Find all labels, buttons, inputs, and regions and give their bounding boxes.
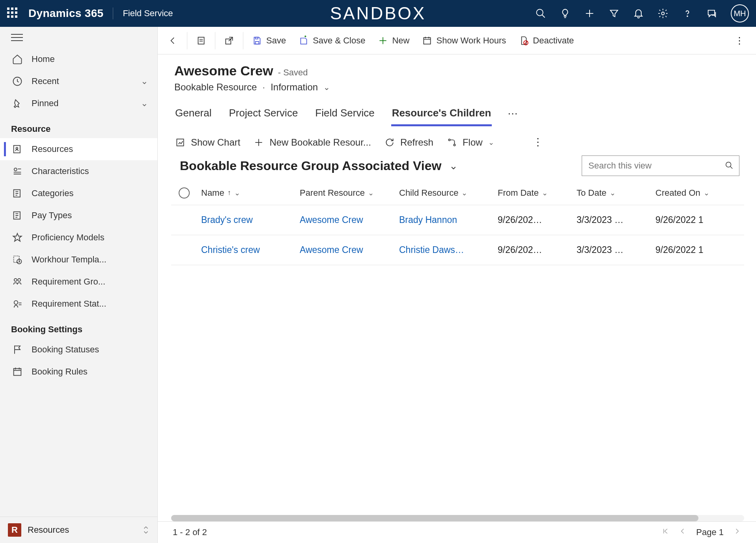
new-label: New [392,36,409,46]
sidebar-item-requirement-statuses[interactable]: Requirement Stat... [0,293,157,315]
lightbulb-icon[interactable] [560,8,571,19]
sidebar-item-pinned[interactable]: Pinned ⌄ [0,92,157,114]
row-child-link[interactable]: Christie Daws… [395,245,494,255]
svg-line-26 [525,41,528,44]
pay-types-icon [12,210,23,221]
search-input-wrapper[interactable] [582,155,739,176]
row-created-on: 9/26/2022 1 [651,245,744,255]
sidebar-item-label: Proficiency Models [32,232,105,243]
show-work-hours-button[interactable]: Show Work Hours [416,32,512,50]
row-to-date: 3/3/2023 … [573,215,651,225]
hamburger-icon[interactable] [11,34,23,41]
plus-icon[interactable] [584,8,595,19]
area-switcher[interactable]: R Resources [0,517,157,543]
svg-rect-18 [198,37,204,44]
select-all-toggle[interactable] [179,187,190,198]
open-new-window-button[interactable] [218,32,241,50]
tab-overflow-button[interactable]: ⋯ [508,108,518,120]
column-created[interactable]: Created On ⌄ [651,188,744,198]
prev-page-button[interactable] [679,527,687,537]
sidebar-item-label: Categories [32,188,73,198]
view-title[interactable]: Bookable Resource Group Associated View [180,159,441,173]
row-name-link[interactable]: Christie's crew [197,245,296,255]
sidebar-item-label: Pinned [32,98,59,109]
sidebar-item-recent[interactable]: Recent ⌄ [0,70,157,92]
svg-point-14 [14,279,17,281]
next-page-button[interactable] [733,527,741,537]
row-created-on: 9/26/2022 1 [651,215,744,225]
row-parent-link[interactable]: Awesome Crew [296,215,395,225]
updown-icon[interactable] [142,526,149,534]
flow-icon [447,137,457,148]
saved-status: - Saved [278,67,308,78]
sidebar-item-pay-types[interactable]: Pay Types [0,204,157,227]
tab-project-service[interactable]: Project Service [228,101,299,126]
refresh-button[interactable]: Refresh [385,137,433,148]
column-child[interactable]: Child Resource⌄ [395,188,494,198]
search-input[interactable] [588,160,725,171]
sidebar-item-categories[interactable]: Categories [0,182,157,204]
help-icon[interactable] [682,8,693,19]
gear-icon[interactable] [657,8,668,19]
sidebar-item-requirement-groups[interactable]: Requirement Gro... [0,271,157,293]
sidebar-item-label: Recent [32,76,59,86]
horizontal-scrollbar[interactable] [171,515,744,521]
environment-badge: SANDBOX [330,4,426,23]
sidebar-item-proficiency[interactable]: Proficiency Models [0,227,157,249]
new-bookable-resource-button[interactable]: New Bookable Resour... [254,137,371,148]
svg-point-16 [14,301,18,304]
row-parent-link[interactable]: Awesome Crew [296,245,395,255]
form-selector[interactable]: Information [271,82,318,93]
plus-icon [254,137,264,148]
column-name[interactable]: Name↑⌄ [197,188,296,198]
save-button[interactable]: Save [246,32,292,50]
resources-icon [12,144,23,155]
svg-point-9 [14,168,17,171]
chevron-down-icon[interactable]: ⌄ [449,160,458,172]
first-page-button[interactable] [661,527,669,537]
search-icon[interactable] [535,8,546,19]
bell-icon[interactable] [633,8,644,19]
save-close-button[interactable]: Save & Close [292,32,371,50]
app-launcher-icon[interactable] [7,7,19,19]
sidebar-item-booking-statuses[interactable]: Booking Statuses [0,339,157,361]
new-button[interactable]: New [371,32,416,50]
chevron-down-icon: ⌄ [610,189,616,197]
sidebar-item-label: Booking Statuses [32,345,99,355]
column-to[interactable]: To Date ⌄ [573,188,651,198]
column-parent[interactable]: Parent Resource⌄ [296,188,395,198]
filter-icon[interactable] [609,8,620,19]
avatar[interactable]: MH [731,4,749,22]
tab-resources-children[interactable]: Resource's Children [391,101,492,126]
search-icon[interactable] [725,161,734,171]
refresh-icon [385,137,395,148]
chevron-down-icon[interactable]: ⌄ [323,82,330,92]
column-from[interactable]: From Date ⌄ [494,188,573,198]
record-set-button[interactable] [190,32,213,50]
deactivate-button[interactable]: Deactivate [512,32,580,50]
sidebar-item-label: Requirement Stat... [32,299,106,309]
sidebar-item-label: Pay Types [32,210,72,221]
sidebar-item-resources[interactable]: Resources [0,138,157,160]
sidebar-item-workhour-templates[interactable]: Workhour Templa... [0,249,157,271]
sidebar-item-booking-rules[interactable]: Booking Rules [0,361,157,383]
chat-icon[interactable] [706,8,717,19]
workhour-icon [12,254,23,265]
subgrid-overflow-button[interactable]: ⋮ [533,136,544,148]
sidebar-item-characteristics[interactable]: Characteristics [0,160,157,182]
tab-field-service[interactable]: Field Service [314,101,375,126]
flow-button[interactable]: Flow ⌄ [447,137,494,148]
row-child-link[interactable]: Brady Hannon [395,215,494,225]
sidebar-item-label: Home [32,54,55,64]
table-row[interactable]: Christie's crew Awesome Crew Christie Da… [171,235,744,265]
row-name-link[interactable]: Brady's crew [197,215,296,225]
tab-general[interactable]: General [174,101,213,126]
sidebar-item-home[interactable]: Home [0,48,157,70]
table-row[interactable]: Brady's crew Awesome Crew Brady Hannon 9… [171,205,744,235]
sidebar-item-label: Requirement Gro... [32,277,105,287]
back-button[interactable] [162,32,185,50]
command-overflow-button[interactable]: ⋮ [728,31,752,50]
show-chart-button[interactable]: Show Chart [175,137,240,148]
app-name[interactable]: Field Service [123,8,173,19]
list-icon [196,36,206,46]
